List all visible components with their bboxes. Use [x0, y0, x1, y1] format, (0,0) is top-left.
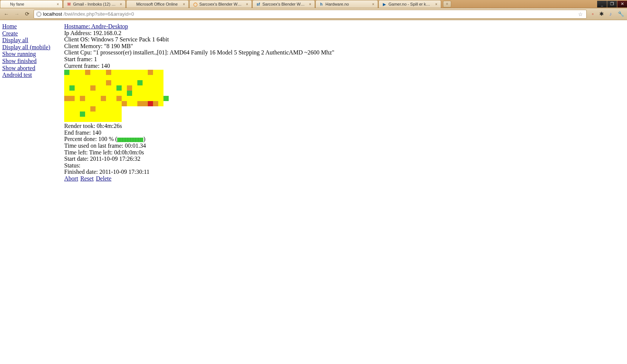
frame-cell	[69, 117, 75, 122]
wrench-menu-button[interactable]: 🔧	[617, 10, 625, 18]
sidebar-link-display-all[interactable]: Display all	[2, 37, 61, 44]
frame-cell	[132, 112, 137, 117]
frame-cell	[75, 117, 80, 122]
frame-cell	[85, 70, 90, 75]
browser-tab[interactable]: ◯Sarcoex's Blender Web Inte×	[189, 0, 252, 8]
percent-done-prefix: Percent done: 100 % (	[64, 136, 117, 142]
browser-tab[interactable]: ▶Gamer.no - Spill er kultur×	[378, 0, 441, 8]
tab-close-icon[interactable]: ×	[56, 2, 60, 6]
frame-cell	[75, 80, 80, 85]
frame-cell	[106, 112, 111, 117]
browser-tab[interactable]: MGmail - Innboks (12) - andr×	[63, 0, 126, 8]
ext-icon-3[interactable]: ♪	[607, 10, 614, 18]
tab-close-icon[interactable]: ×	[119, 2, 123, 6]
frame-cell	[96, 112, 101, 117]
frame-cell	[143, 96, 148, 101]
sidebar-link-home[interactable]: Home	[2, 23, 61, 30]
new-tab-button[interactable]: +	[443, 1, 451, 7]
hostname-link[interactable]: Hostname: Andre-Desktop	[64, 23, 128, 29]
browser-tab[interactable]: Ny fane×	[0, 0, 63, 8]
tab-close-icon[interactable]: ×	[245, 2, 249, 6]
reload-button[interactable]: ⟳	[23, 10, 31, 18]
frame-cell	[80, 70, 85, 75]
frame-cell	[148, 80, 153, 85]
browser-tab[interactable]: sfSarcoex's Blender Web Inte×	[252, 0, 315, 8]
frame-cell	[75, 85, 80, 91]
tab-close-icon[interactable]: ×	[434, 2, 439, 6]
tab-close-icon[interactable]: ×	[182, 2, 186, 6]
reset-link[interactable]: Reset	[80, 175, 94, 182]
maximize-button[interactable]: ❐	[607, 1, 617, 7]
frame-cell	[80, 85, 85, 91]
frame-cell	[163, 70, 169, 75]
frame-cell	[69, 75, 75, 80]
sidebar-link-show-running[interactable]: Show running	[2, 51, 61, 57]
frame-cell	[64, 80, 69, 85]
start-date: Start date: 2011-10-09 17:26:32	[64, 156, 625, 162]
frame-status-grid	[64, 70, 169, 122]
frame-cell	[158, 117, 163, 122]
frame-cell	[106, 70, 111, 75]
window-close-button[interactable]: ✕	[617, 1, 627, 7]
tab-close-icon[interactable]: ×	[371, 2, 375, 6]
frame-cell	[111, 70, 116, 75]
frame-cell	[64, 91, 69, 96]
extension-icons: ◦ ✱ ♪	[589, 10, 614, 18]
frame-cell	[85, 75, 90, 80]
frame-cell	[153, 85, 158, 91]
star-icon[interactable]: ☆	[578, 11, 584, 17]
frame-cell	[85, 112, 90, 117]
sidebar-link-show-finished[interactable]: Show finished	[2, 58, 61, 65]
tab-close-icon[interactable]: ×	[308, 2, 312, 6]
frame-cell	[106, 80, 111, 85]
frame-cell	[75, 96, 80, 101]
frame-cell	[80, 75, 85, 80]
frame-cell	[90, 80, 96, 85]
frame-cell	[122, 85, 127, 91]
frame-cell	[69, 70, 75, 75]
ip-address: Ip Address: 192.168.0.2	[64, 30, 625, 37]
ext-icon-1[interactable]: ◦	[589, 10, 596, 18]
frame-cell	[85, 80, 90, 85]
back-button[interactable]: ←	[2, 10, 10, 18]
frame-cell	[96, 91, 101, 96]
frame-cell	[132, 75, 137, 80]
frame-cell	[80, 96, 85, 101]
frame-cell	[137, 106, 143, 112]
forward-button[interactable]: →	[13, 10, 21, 18]
delete-link[interactable]: Delete	[96, 175, 112, 182]
frame-cell	[80, 91, 85, 96]
frame-cell	[132, 106, 137, 112]
hw-icon: h	[319, 1, 324, 7]
browser-tab[interactable]: Microsoft Office Online×	[126, 0, 189, 8]
frame-cell	[101, 96, 106, 101]
sidebar-link-android-test[interactable]: Android test	[2, 72, 61, 78]
frame-cell	[153, 101, 158, 106]
frame-cell	[69, 106, 75, 112]
frame-cell	[143, 101, 148, 106]
frame-cell	[148, 70, 153, 75]
frame-cell	[116, 96, 122, 101]
frame-cell	[148, 91, 153, 96]
abort-link[interactable]: Abort	[64, 175, 78, 182]
frame-cell	[96, 75, 101, 80]
frame-cell	[69, 101, 75, 106]
frame-cell	[137, 117, 143, 122]
sidebar-link-show-aborted[interactable]: Show aborted	[2, 65, 61, 72]
frame-cell	[153, 117, 158, 122]
sidebar-link-create[interactable]: Create	[2, 30, 61, 37]
url-bar[interactable]: ◯ localhost/bwi/index.php?site=6&arrayid…	[34, 10, 587, 19]
frame-cell	[101, 70, 106, 75]
browser-tab[interactable]: hHardware.no×	[315, 0, 378, 8]
frame-cell	[85, 96, 90, 101]
frame-cell	[90, 91, 96, 96]
minimize-button[interactable]: _	[597, 1, 607, 7]
frame-cell	[69, 96, 75, 101]
frame-cell	[143, 91, 148, 96]
time-last-frame: Time used on last frame: 00:01.34	[64, 142, 625, 149]
ext-icon-2[interactable]: ✱	[598, 10, 605, 18]
frame-cell	[64, 70, 69, 75]
frame-cell	[75, 106, 80, 112]
sidebar-link-display-all-mobile[interactable]: Display all (mobile)	[2, 44, 61, 51]
frame-cell	[163, 101, 169, 106]
